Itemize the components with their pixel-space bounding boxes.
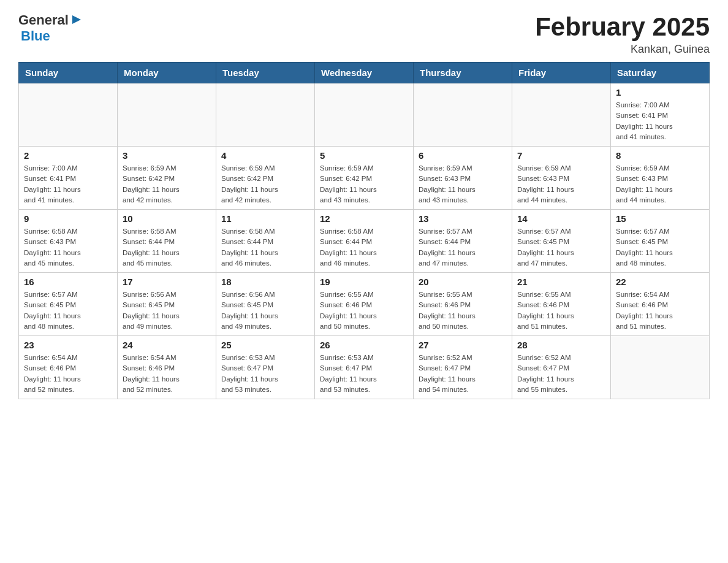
calendar-cell: 1Sunrise: 7:00 AM Sunset: 6:41 PM Daylig… (611, 83, 710, 147)
calendar-cell: 2Sunrise: 7:00 AM Sunset: 6:41 PM Daylig… (19, 147, 118, 210)
day-info: Sunrise: 6:58 AM Sunset: 6:44 PM Dayligh… (221, 226, 309, 269)
day-number: 13 (419, 213, 507, 224)
day-info: Sunrise: 7:00 AM Sunset: 6:41 PM Dayligh… (616, 100, 704, 142)
day-number: 4 (221, 150, 309, 161)
week-row-5: 23Sunrise: 6:54 AM Sunset: 6:46 PM Dayli… (19, 336, 710, 399)
day-number: 22 (616, 277, 704, 287)
day-number: 3 (123, 150, 211, 161)
day-number: 25 (221, 340, 309, 350)
weekday-header-friday: Friday (512, 63, 611, 83)
calendar-cell: 13Sunrise: 6:57 AM Sunset: 6:44 PM Dayli… (414, 210, 512, 273)
day-number: 17 (123, 277, 211, 287)
svg-marker-0 (72, 15, 81, 24)
day-info: Sunrise: 6:57 AM Sunset: 6:45 PM Dayligh… (616, 226, 704, 269)
calendar-title-block: February 2025 Kankan, Guinea (535, 12, 710, 56)
day-info: Sunrise: 6:59 AM Sunset: 6:42 PM Dayligh… (123, 163, 211, 205)
day-info: Sunrise: 6:58 AM Sunset: 6:43 PM Dayligh… (24, 226, 112, 269)
calendar-cell (118, 83, 216, 147)
calendar-title: February 2025 (535, 12, 710, 42)
day-info: Sunrise: 6:59 AM Sunset: 6:42 PM Dayligh… (221, 163, 309, 205)
day-number: 20 (419, 277, 507, 287)
week-row-2: 2Sunrise: 7:00 AM Sunset: 6:41 PM Daylig… (19, 147, 710, 210)
calendar-cell: 11Sunrise: 6:58 AM Sunset: 6:44 PM Dayli… (216, 210, 315, 273)
calendar-cell: 28Sunrise: 6:52 AM Sunset: 6:47 PM Dayli… (512, 336, 611, 399)
calendar-cell (315, 83, 414, 147)
weekday-header-thursday: Thursday (414, 63, 512, 83)
day-info: Sunrise: 6:56 AM Sunset: 6:45 PM Dayligh… (221, 289, 309, 332)
calendar-table: SundayMondayTuesdayWednesdayThursdayFrid… (18, 62, 710, 399)
weekday-header-saturday: Saturday (611, 63, 710, 83)
day-info: Sunrise: 6:59 AM Sunset: 6:43 PM Dayligh… (419, 163, 507, 205)
day-info: Sunrise: 7:00 AM Sunset: 6:41 PM Dayligh… (24, 163, 112, 205)
day-number: 24 (123, 340, 211, 350)
weekday-header-sunday: Sunday (19, 63, 118, 83)
calendar-cell (512, 83, 611, 147)
day-info: Sunrise: 6:53 AM Sunset: 6:47 PM Dayligh… (221, 353, 309, 395)
day-number: 7 (517, 150, 605, 161)
day-number: 19 (320, 277, 408, 287)
calendar-cell: 9Sunrise: 6:58 AM Sunset: 6:43 PM Daylig… (19, 210, 118, 273)
day-info: Sunrise: 6:59 AM Sunset: 6:42 PM Dayligh… (320, 163, 408, 205)
weekday-header-wednesday: Wednesday (315, 63, 414, 83)
day-number: 14 (517, 213, 605, 224)
calendar-cell: 24Sunrise: 6:54 AM Sunset: 6:46 PM Dayli… (118, 336, 216, 399)
day-info: Sunrise: 6:58 AM Sunset: 6:44 PM Dayligh… (320, 226, 408, 269)
calendar-cell: 25Sunrise: 6:53 AM Sunset: 6:47 PM Dayli… (216, 336, 315, 399)
calendar-cell: 26Sunrise: 6:53 AM Sunset: 6:47 PM Dayli… (315, 336, 414, 399)
weekday-header-monday: Monday (118, 63, 216, 83)
day-info: Sunrise: 6:53 AM Sunset: 6:47 PM Dayligh… (320, 353, 408, 395)
day-info: Sunrise: 6:57 AM Sunset: 6:45 PM Dayligh… (517, 226, 605, 269)
day-number: 27 (419, 340, 507, 350)
day-number: 10 (123, 213, 211, 224)
day-number: 6 (419, 150, 507, 161)
logo-triangle-icon (70, 13, 83, 26)
day-info: Sunrise: 6:57 AM Sunset: 6:44 PM Dayligh… (419, 226, 507, 269)
calendar-cell: 18Sunrise: 6:56 AM Sunset: 6:45 PM Dayli… (216, 273, 315, 336)
calendar-cell: 7Sunrise: 6:59 AM Sunset: 6:43 PM Daylig… (512, 147, 611, 210)
calendar-cell: 20Sunrise: 6:55 AM Sunset: 6:46 PM Dayli… (414, 273, 512, 336)
day-number: 9 (24, 213, 112, 224)
day-number: 23 (24, 340, 112, 350)
calendar-cell: 6Sunrise: 6:59 AM Sunset: 6:43 PM Daylig… (414, 147, 512, 210)
day-number: 26 (320, 340, 408, 350)
day-number: 2 (24, 150, 112, 161)
calendar-cell (611, 336, 710, 399)
day-info: Sunrise: 6:58 AM Sunset: 6:44 PM Dayligh… (123, 226, 211, 269)
logo-blue-text: Blue (21, 28, 50, 44)
week-row-1: 1Sunrise: 7:00 AM Sunset: 6:41 PM Daylig… (19, 83, 710, 147)
calendar-cell: 27Sunrise: 6:52 AM Sunset: 6:47 PM Dayli… (414, 336, 512, 399)
calendar-cell: 4Sunrise: 6:59 AM Sunset: 6:42 PM Daylig… (216, 147, 315, 210)
day-info: Sunrise: 6:59 AM Sunset: 6:43 PM Dayligh… (517, 163, 605, 205)
day-info: Sunrise: 6:54 AM Sunset: 6:46 PM Dayligh… (123, 353, 211, 395)
day-number: 15 (616, 213, 704, 224)
day-number: 5 (320, 150, 408, 161)
calendar-cell: 17Sunrise: 6:56 AM Sunset: 6:45 PM Dayli… (118, 273, 216, 336)
calendar-cell: 5Sunrise: 6:59 AM Sunset: 6:42 PM Daylig… (315, 147, 414, 210)
day-number: 1 (616, 87, 704, 98)
calendar-cell: 10Sunrise: 6:58 AM Sunset: 6:44 PM Dayli… (118, 210, 216, 273)
calendar-cell: 22Sunrise: 6:54 AM Sunset: 6:46 PM Dayli… (611, 273, 710, 336)
calendar-cell: 15Sunrise: 6:57 AM Sunset: 6:45 PM Dayli… (611, 210, 710, 273)
calendar-cell: 21Sunrise: 6:55 AM Sunset: 6:46 PM Dayli… (512, 273, 611, 336)
calendar-cell (414, 83, 512, 147)
day-info: Sunrise: 6:55 AM Sunset: 6:46 PM Dayligh… (419, 289, 507, 332)
day-info: Sunrise: 6:52 AM Sunset: 6:47 PM Dayligh… (517, 353, 605, 395)
day-info: Sunrise: 6:52 AM Sunset: 6:47 PM Dayligh… (419, 353, 507, 395)
calendar-cell: 12Sunrise: 6:58 AM Sunset: 6:44 PM Dayli… (315, 210, 414, 273)
calendar-cell: 8Sunrise: 6:59 AM Sunset: 6:43 PM Daylig… (611, 147, 710, 210)
calendar-subtitle: Kankan, Guinea (535, 43, 710, 56)
day-info: Sunrise: 6:55 AM Sunset: 6:46 PM Dayligh… (517, 289, 605, 332)
day-number: 18 (221, 277, 309, 287)
week-row-4: 16Sunrise: 6:57 AM Sunset: 6:45 PM Dayli… (19, 273, 710, 336)
weekday-header-tuesday: Tuesday (216, 63, 315, 83)
calendar-cell: 19Sunrise: 6:55 AM Sunset: 6:46 PM Dayli… (315, 273, 414, 336)
calendar-cell (216, 83, 315, 147)
calendar-cell: 3Sunrise: 6:59 AM Sunset: 6:42 PM Daylig… (118, 147, 216, 210)
calendar-cell: 23Sunrise: 6:54 AM Sunset: 6:46 PM Dayli… (19, 336, 118, 399)
day-info: Sunrise: 6:54 AM Sunset: 6:46 PM Dayligh… (24, 353, 112, 395)
day-info: Sunrise: 6:59 AM Sunset: 6:43 PM Dayligh… (616, 163, 704, 205)
calendar-cell: 14Sunrise: 6:57 AM Sunset: 6:45 PM Dayli… (512, 210, 611, 273)
logo-general-text: General (18, 12, 69, 28)
logo: General Blue (18, 12, 83, 44)
day-number: 11 (221, 213, 309, 224)
